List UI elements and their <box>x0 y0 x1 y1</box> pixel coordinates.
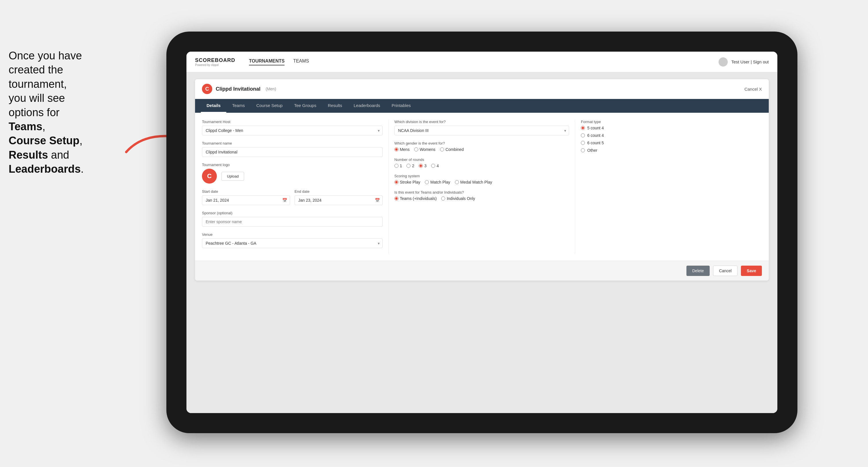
scoreboard-logo: SCOREBOARD Powered by clippd <box>195 57 235 67</box>
venue-select[interactable]: Peachtree GC - Atlanta - GA <box>202 238 383 248</box>
nav-links: TOURNAMENTS TEAMS <box>249 59 309 65</box>
end-date-input[interactable] <box>294 195 383 205</box>
tab-tee-groups[interactable]: Tee Groups <box>288 99 322 113</box>
individuals-only[interactable]: Individuals Only <box>441 196 475 201</box>
start-date-label: Start date <box>202 189 290 194</box>
teams-plus-individuals[interactable]: Teams (+Individuals) <box>395 196 437 201</box>
tab-printables[interactable]: Printables <box>386 99 416 113</box>
tournament-card: C Clippd Invitational (Men) Cancel X Det… <box>195 79 769 281</box>
rounds-radio-group: 1 2 3 4 <box>395 163 569 168</box>
format-6count5-radio[interactable] <box>581 141 585 145</box>
user-avatar <box>718 57 728 67</box>
format-6count4-radio[interactable] <box>581 133 585 137</box>
gender-womens-radio[interactable] <box>414 148 418 152</box>
logo-label: Tournament logo <box>202 163 383 167</box>
rounds-1[interactable]: 1 <box>395 163 402 168</box>
scoring-stroke-radio[interactable] <box>395 180 398 184</box>
cancel-button[interactable]: Cancel <box>713 266 738 276</box>
individuals-only-radio[interactable] <box>441 196 445 200</box>
host-group: Tournament Host Clippd College - Men <box>202 120 383 135</box>
teams-radio-group: Teams (+Individuals) Individuals Only <box>395 196 569 201</box>
format-6count5[interactable]: 6 count 5 <box>581 141 756 145</box>
rounds-4[interactable]: 4 <box>431 163 439 168</box>
sponsor-label: Sponsor (optional) <box>202 211 383 215</box>
cancel-x-button[interactable]: Cancel X <box>744 87 762 92</box>
tablet-screen: SCOREBOARD Powered by clippd TOURNAMENTS… <box>186 52 777 413</box>
format-5count4[interactable]: 5 count 4 <box>581 126 756 130</box>
sponsor-group: Sponsor (optional) <box>202 211 383 227</box>
scoring-stroke[interactable]: Stroke Play <box>395 180 421 184</box>
rounds-group: Number of rounds 1 2 3 <box>395 157 569 168</box>
tab-teams[interactable]: Teams <box>226 99 250 113</box>
tournament-subtitle: (Men) <box>266 87 276 91</box>
card-footer: Delete Cancel Save <box>195 261 769 281</box>
rounds-1-radio[interactable] <box>395 164 398 168</box>
division-select[interactable]: NCAA Division III <box>395 126 569 135</box>
tab-course-setup[interactable]: Course Setup <box>250 99 288 113</box>
gender-womens[interactable]: Womens <box>414 147 435 152</box>
end-date-group: End date <box>294 189 383 205</box>
nav-teams[interactable]: TEAMS <box>293 59 309 65</box>
division-label: Which division is the event for? <box>395 120 569 124</box>
upload-button[interactable]: Upload <box>221 172 244 181</box>
form-left-column: Tournament Host Clippd College - Men Tou… <box>202 120 389 254</box>
nav-tournaments[interactable]: TOURNAMENTS <box>249 59 284 65</box>
top-navigation: SCOREBOARD Powered by clippd TOURNAMENTS… <box>186 52 777 72</box>
tournament-icon: C <box>202 84 212 94</box>
rounds-4-radio[interactable] <box>431 164 435 168</box>
tab-results[interactable]: Results <box>322 99 348 113</box>
tournament-title-area: C Clippd Invitational (Men) <box>202 84 276 94</box>
tablet-device: SCOREBOARD Powered by clippd TOURNAMENTS… <box>166 32 798 433</box>
tabs-bar: Details Teams Course Setup Tee Groups Re… <box>195 99 769 113</box>
start-date-input[interactable] <box>202 195 290 205</box>
rounds-2[interactable]: 2 <box>406 163 414 168</box>
format-6count4[interactable]: 6 count 4 <box>581 133 756 138</box>
gender-combined[interactable]: Combined <box>440 147 464 152</box>
logo-group: Tournament logo C Upload <box>202 163 383 184</box>
scoring-match[interactable]: Match Play <box>425 180 450 184</box>
sponsor-input[interactable] <box>202 217 383 227</box>
rounds-3-radio[interactable] <box>419 164 423 168</box>
teams-group: Is this event for Teams and/or Individua… <box>395 190 569 201</box>
division-group: Which division is the event for? NCAA Di… <box>395 120 569 135</box>
form-middle-column: Which division is the event for? NCAA Di… <box>389 120 576 254</box>
gender-group: Which gender is the event for? Mens Wome… <box>395 141 569 152</box>
gender-label: Which gender is the event for? <box>395 141 569 146</box>
tournament-title: Clippd Invitational <box>216 86 260 92</box>
rounds-2-radio[interactable] <box>406 164 410 168</box>
format-group: Format type 5 count 4 6 count 4 6 count … <box>581 120 756 153</box>
user-sign-out[interactable]: Test User | Sign out <box>731 59 769 64</box>
rounds-3[interactable]: 3 <box>419 163 427 168</box>
tournament-header: C Clippd Invitational (Men) Cancel X <box>195 79 769 99</box>
gender-combined-radio[interactable] <box>440 148 444 152</box>
scoring-match-radio[interactable] <box>425 180 429 184</box>
format-5count4-radio[interactable] <box>581 126 585 130</box>
logo-preview: C <box>202 169 217 184</box>
scoring-medal-radio[interactable] <box>455 180 459 184</box>
venue-group: Venue Peachtree GC - Atlanta - GA <box>202 232 383 248</box>
format-radio-group: 5 count 4 6 count 4 6 count 5 Other <box>581 126 756 153</box>
scoring-medal[interactable]: Medal Match Play <box>455 180 492 184</box>
tab-details[interactable]: Details <box>201 99 226 113</box>
teams-label: Is this event for Teams and/or Individua… <box>395 190 569 194</box>
tab-leaderboards[interactable]: Leaderboards <box>348 99 386 113</box>
scoring-radio-group: Stroke Play Match Play Medal Match Play <box>395 180 569 184</box>
save-button[interactable]: Save <box>741 266 762 276</box>
host-select[interactable]: Clippd College - Men <box>202 126 383 135</box>
form-area: Tournament Host Clippd College - Men Tou… <box>195 113 769 261</box>
host-label: Tournament Host <box>202 120 383 124</box>
start-date-group: Start date <box>202 189 290 205</box>
format-other[interactable]: Other <box>581 148 756 153</box>
scoring-group: Scoring system Stroke Play Match Play Me… <box>395 174 569 184</box>
rounds-label: Number of rounds <box>395 157 569 162</box>
main-content: C Clippd Invitational (Men) Cancel X Det… <box>186 72 777 413</box>
delete-button[interactable]: Delete <box>686 266 709 276</box>
gender-mens[interactable]: Mens <box>395 147 410 152</box>
gender-mens-radio[interactable] <box>395 148 398 152</box>
teams-plus-radio[interactable] <box>395 196 398 200</box>
gender-radio-group: Mens Womens Combined <box>395 147 569 152</box>
end-date-label: End date <box>294 189 383 194</box>
format-other-radio[interactable] <box>581 148 585 152</box>
venue-label: Venue <box>202 232 383 237</box>
name-input[interactable] <box>202 147 383 157</box>
